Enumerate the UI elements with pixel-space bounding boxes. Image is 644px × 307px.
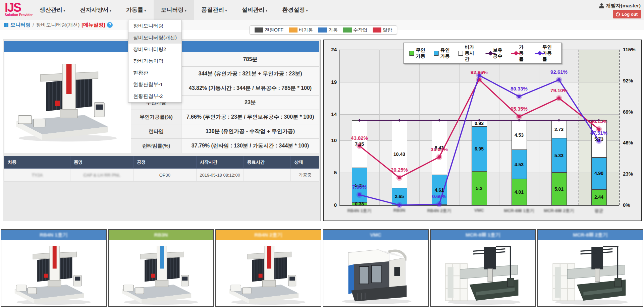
status-swatch	[318, 27, 327, 33]
chart-legend-item-2[interactable]: 비가동시간	[458, 44, 478, 62]
nav-item-4[interactable]: 품질관리▾	[194, 0, 234, 20]
info-label: 무인가공률(%)	[131, 110, 181, 124]
bar-value-label: 2.73	[554, 127, 564, 132]
status-swatch	[289, 27, 298, 33]
dropdown-item-3[interactable]: 장비가동이력	[128, 55, 181, 67]
nav-item-1[interactable]: 전자사양서▾	[73, 0, 119, 20]
nav-item-0[interactable]: 생산관리▾	[32, 0, 73, 20]
chart-legend-item-5[interactable]: 무인가동률	[535, 44, 556, 62]
bar-value-label: 10.43	[393, 151, 405, 157]
work-col-1: 품명	[70, 156, 133, 169]
work-col-4: 종료시간	[244, 156, 291, 169]
machine-card-image	[216, 240, 321, 306]
legend-swatch	[434, 51, 438, 56]
legend-line-marker	[485, 51, 491, 56]
info-row-5: 런타임 130분 (유인가공 - 수작업 + 무인가공)	[131, 124, 319, 139]
bar-value-label: 4.90	[594, 171, 603, 176]
chart-legend-item-0[interactable]: 무인가동	[410, 47, 427, 59]
user-icon	[599, 3, 604, 8]
machine-card-title: VMC	[323, 230, 428, 240]
machine-card-5[interactable]: MCR-8Ⅲ 2호기	[537, 229, 643, 307]
grid-icon	[4, 23, 8, 27]
work-cell: OP30	[133, 169, 196, 182]
chart-legend: 무인가동유인가동비가동시간보유공수가동률무인가동률	[404, 43, 562, 64]
menu-setting-link[interactable]: [메뉴설정]	[82, 22, 105, 28]
chevron-down-icon: ▾	[63, 8, 65, 12]
machine-card-2[interactable]: RB4N 2호기	[215, 229, 321, 307]
chevron-down-icon: ▾	[110, 8, 112, 12]
status-legend-item-4: 알람	[373, 27, 392, 33]
status-legend-item-2: 가동	[318, 27, 338, 33]
chart-legend-item-1[interactable]: 유인가동	[434, 47, 451, 59]
machine-card-0[interactable]: RB4N 1호기	[1, 229, 107, 307]
power-icon	[616, 12, 620, 16]
dropdown-item-6[interactable]: 현황판첨부-2	[128, 90, 181, 102]
table-row[interactable]: TY2ACAP & LH RR PNLOP302019-05-18 08:12:…	[4, 169, 319, 182]
work-order-table: 차종품명공정시작시간종료시간상태 TY2ACAP & LH RR PNLOP30…	[4, 156, 319, 182]
info-value: 7.66% (무인가공 : 23분 / 무인보유공수 : 300분 * 100)	[181, 110, 319, 124]
info-value: 43.82% (가동시간 : 344분 / 보유공수 : 785분 * 100)	[181, 81, 319, 95]
work-col-2: 공정	[133, 156, 196, 169]
info-value: 37.79% (런타임 : 130분 / 가동시간 : 344분 * 100)	[181, 139, 319, 153]
status-legend-item-3: 수작업	[343, 27, 367, 33]
line-value-label: 79.10%	[550, 87, 568, 93]
monitoring-dropdown: 장비모니터링장비모니터링(개선)장비모니터링2장비가동이력현황판현황판첨부-1현…	[128, 20, 182, 103]
machine-card-title: RB4N 2호기	[216, 230, 321, 240]
machine-card-4[interactable]: MCR-8Ⅲ 1호기	[430, 229, 536, 307]
bar-value-label: 2.65	[395, 194, 404, 199]
breadcrumb-section[interactable]: 모니터링	[10, 22, 31, 28]
logout-button[interactable]: Log out	[613, 10, 641, 18]
nav-item-3[interactable]: 모니터링▾	[154, 0, 194, 20]
user-info: 개발자(master)	[599, 3, 641, 9]
status-swatch	[343, 27, 352, 33]
machine-card-title: RB4N 1호기	[1, 230, 106, 240]
legend-swatch	[410, 51, 414, 56]
bar-value-label: 7.35	[355, 141, 364, 147]
status-legend-item-1: 비가동	[289, 27, 313, 33]
bar-value-label: 5.01	[554, 186, 564, 192]
machine-card-1[interactable]: RB3N	[108, 229, 214, 307]
line-value-label: 43.82%	[351, 135, 368, 141]
line-value-label: 80.33%	[511, 85, 528, 91]
bar-value-label: 4.53	[515, 132, 524, 138]
nav-item-5[interactable]: 설비관리▾	[234, 0, 275, 20]
dropdown-item-5[interactable]: 현황판첨부-1	[128, 79, 181, 90]
machine-status-legend: 전원OFF비가동가동수작업알람	[250, 25, 397, 35]
info-value: 130분 (유인가공 - 수작업 + 무인가공)	[181, 124, 319, 138]
legend-swatch	[458, 51, 463, 56]
chevron-down-icon: ▾	[306, 8, 308, 12]
breadcrumb-separator: /	[33, 22, 34, 28]
machine-card-3[interactable]: VMC	[323, 229, 429, 307]
dropdown-item-4[interactable]: 현황판	[128, 67, 181, 79]
dropdown-item-0[interactable]: 장비모니터링	[128, 20, 181, 32]
nav-item-2[interactable]: 가동률▾	[119, 0, 154, 20]
info-row-6: 런타임률(%) 37.79% (런타임 : 130분 / 가동시간 : 344분…	[131, 139, 319, 153]
status-swatch	[255, 27, 263, 33]
line-value-label: 20.25%	[391, 167, 408, 173]
chart-legend-item-4[interactable]: 가동률	[511, 44, 528, 62]
status-swatch	[373, 27, 381, 33]
work-cell	[244, 169, 291, 182]
help-icon[interactable]: ?	[107, 22, 113, 28]
chart-legend-item-3[interactable]: 보유공수	[485, 47, 503, 59]
bar-value-label: 2.44	[594, 194, 603, 200]
bar-value-label: 0.93	[475, 121, 484, 126]
top-nav: IJS Solution Provider 생산관리▾전자사양서▾가동률▾모니터…	[0, 0, 644, 20]
machine-card-title: MCR-8Ⅲ 1호기	[431, 230, 535, 240]
work-col-0: 차종	[4, 156, 70, 169]
dropdown-item-2[interactable]: 장비모니터링2	[128, 44, 181, 55]
info-value: 785분	[181, 52, 319, 66]
line-value-label: 56.15%	[590, 118, 607, 124]
chevron-down-icon: ▾	[144, 8, 146, 12]
bar-value-label: 5.33	[554, 153, 564, 158]
line-value-label: 47.51%	[590, 130, 607, 136]
chevron-down-icon: ▾	[225, 8, 227, 12]
dropdown-item-1[interactable]: 장비모니터링(개선)	[128, 32, 181, 44]
nav-item-6[interactable]: 환경설정▾	[275, 0, 315, 20]
work-cell: 가공중	[291, 169, 319, 182]
line-value-label: 7.66%	[352, 184, 367, 190]
machine-card-title: MCR-8Ⅲ 2호기	[538, 230, 643, 240]
user-name: 개발자(master)	[606, 3, 641, 9]
bar-value-label: 4.01	[515, 189, 524, 195]
work-cell: CAP & LH RR PNL	[70, 169, 133, 182]
